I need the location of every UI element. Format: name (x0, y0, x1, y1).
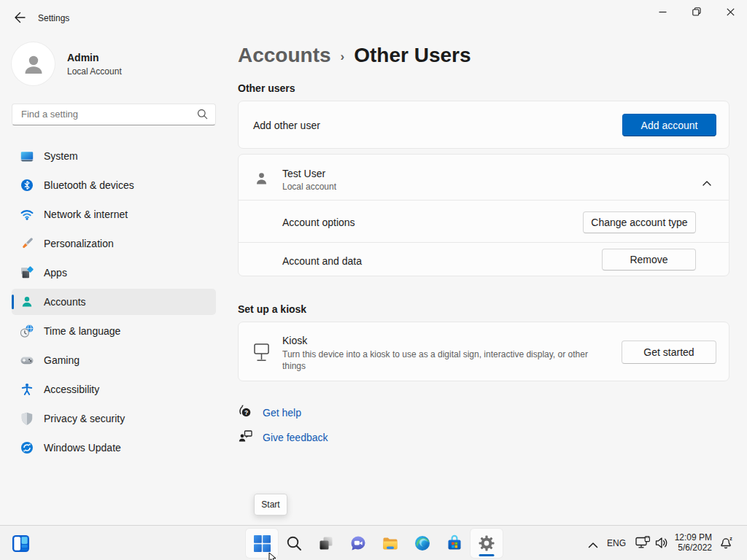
sidebar-item-windows-update[interactable]: Windows Update (12, 435, 216, 461)
back-button[interactable] (9, 7, 31, 28)
add-other-user-card: Add other user Add account (238, 101, 729, 149)
breadcrumb: Accounts › Other Users (238, 43, 471, 68)
minimize-button[interactable] (646, 0, 679, 23)
clock[interactable]: 12:09 PM 5/6/2022 (661, 532, 712, 553)
get-help-icon: ? (239, 404, 252, 421)
start-tooltip: Start (254, 494, 287, 516)
account-and-data-row: Account and data Remove (239, 242, 729, 277)
kiosk-icon (254, 343, 269, 365)
sidebar-item-bluetooth[interactable]: Bluetooth & devices (12, 172, 216, 198)
svg-text:z: z (729, 536, 732, 541)
user-silhouette-icon (21, 52, 46, 77)
edge-button[interactable] (406, 529, 438, 558)
settings-gear-icon (478, 534, 495, 552)
sidebar-item-personalization[interactable]: Personalization (12, 230, 216, 257)
kiosk-card: Kiosk Turn this device into a kiosk to u… (238, 322, 729, 381)
account-options-label: Account options (282, 217, 355, 228)
sidebar-item-time-language[interactable]: Time & language (12, 318, 216, 344)
search-button[interactable] (278, 529, 310, 558)
apps-icon (20, 266, 34, 279)
restore-button[interactable] (680, 0, 713, 23)
file-explorer-button[interactable] (374, 529, 406, 558)
search-input[interactable]: Find a setting (12, 104, 216, 125)
back-arrow-icon (14, 12, 26, 23)
close-button[interactable] (713, 0, 747, 23)
widgets-button[interactable] (4, 529, 36, 558)
selected-indicator (12, 295, 14, 309)
test-user-card: Test User Local account Account options … (238, 154, 729, 276)
personalization-icon (20, 237, 34, 250)
network-icon[interactable] (635, 536, 651, 552)
breadcrumb-separator-icon: › (341, 47, 345, 64)
taskbar-search-icon (286, 535, 303, 552)
avatar[interactable] (12, 42, 55, 85)
accounts-icon (20, 295, 34, 308)
restore-icon (692, 7, 701, 16)
person-icon (255, 171, 268, 189)
windows-update-icon (20, 441, 34, 454)
test-user-header[interactable]: Test User Local account (239, 155, 729, 200)
user-name: Test User (282, 168, 325, 179)
system-icon (20, 149, 34, 163)
store-button[interactable] (438, 529, 471, 558)
profile-name: Admin (67, 52, 99, 63)
sidebar-item-gaming[interactable]: Gaming (12, 347, 216, 373)
give-feedback-link[interactable]: Give feedback (239, 429, 328, 446)
file-explorer-icon (382, 534, 399, 552)
sidebar-item-privacy[interactable]: Privacy & security (12, 405, 216, 432)
sidebar-nav: System Bluetooth & devices Network & int… (12, 143, 216, 464)
task-view-button[interactable] (310, 529, 342, 558)
other-users-heading: Other users (238, 82, 295, 94)
settings-taskbar-button[interactable] (471, 529, 503, 558)
add-account-button[interactable]: Add account (622, 114, 716, 136)
time-language-icon (20, 324, 34, 338)
privacy-icon (20, 412, 34, 425)
chevron-up-icon[interactable] (703, 176, 711, 189)
get-help-link[interactable]: ? Get help (239, 404, 301, 421)
account-options-row: Account options Change account type (239, 200, 729, 242)
kiosk-description: Turn this device into a kiosk to use as … (282, 349, 612, 372)
mouse-cursor (268, 553, 278, 560)
kiosk-title: Kiosk (282, 335, 307, 346)
user-type: Local account (282, 182, 336, 192)
titlebar: Settings (0, 0, 747, 29)
change-account-type-button[interactable]: Change account type (583, 211, 696, 233)
sidebar-item-accessibility[interactable]: Accessibility (12, 376, 216, 402)
tray-time: 12:09 PM (661, 532, 712, 542)
search-placeholder: Find a setting (21, 104, 78, 125)
tray-chevron-up[interactable] (588, 538, 598, 551)
bluetooth-icon (20, 179, 34, 192)
get-help-label: Get help (263, 407, 301, 419)
network-icon (20, 208, 34, 221)
minimize-icon (659, 8, 667, 16)
taskbar: ENG 12:09 PM 5/6/2022 z (0, 525, 747, 560)
sidebar-item-accounts[interactable]: Accounts (12, 289, 216, 315)
windows-start-icon (254, 535, 271, 552)
active-app-indicator (479, 554, 495, 556)
window-title: Settings (38, 13, 69, 23)
tray-date: 5/6/2022 (661, 542, 712, 553)
sidebar-item-apps[interactable]: Apps (12, 260, 216, 286)
task-view-icon (317, 534, 335, 552)
get-started-button[interactable]: Get started (622, 341, 716, 364)
profile-type: Local Account (67, 66, 122, 77)
give-feedback-label: Give feedback (263, 432, 328, 443)
sidebar-item-system[interactable]: System (12, 143, 216, 169)
breadcrumb-parent[interactable]: Accounts (238, 44, 331, 67)
accessibility-icon (20, 383, 34, 396)
microsoft-store-icon (446, 534, 463, 552)
chat-button[interactable] (342, 529, 374, 558)
account-and-data-label: Account and data (282, 255, 362, 267)
sidebar-item-network[interactable]: Network & internet (12, 201, 216, 228)
notification-bell-icon[interactable]: z (719, 535, 734, 554)
widgets-icon (12, 534, 30, 553)
give-feedback-icon (239, 429, 252, 446)
edge-icon (414, 534, 431, 552)
svg-text:?: ? (244, 409, 248, 416)
tray-language[interactable]: ENG (607, 538, 626, 548)
chat-icon (349, 534, 367, 552)
gaming-icon (20, 354, 34, 367)
add-other-user-label: Add other user (253, 101, 320, 149)
kiosk-heading: Set up a kiosk (238, 303, 306, 315)
remove-button[interactable]: Remove (602, 249, 696, 271)
